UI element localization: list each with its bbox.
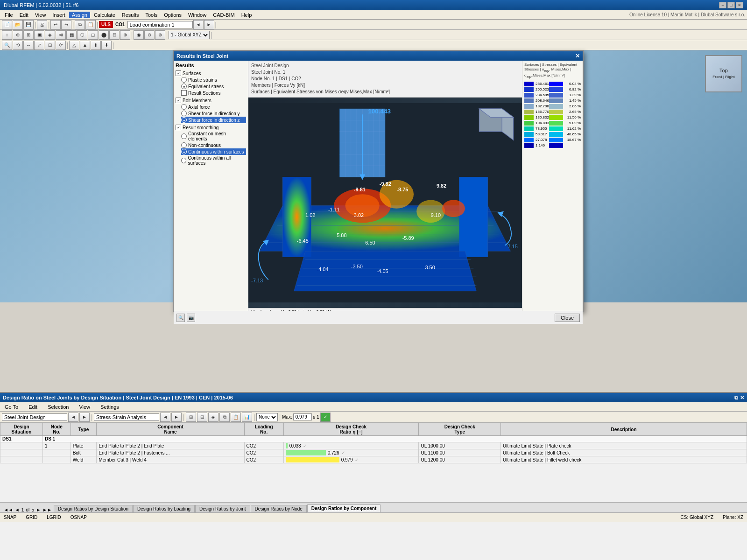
filter-select[interactable]: None	[256, 413, 278, 421]
next-combo-button[interactable]: ►	[204, 20, 214, 29]
tb3-8[interactable]: ▲	[80, 41, 90, 50]
tb3-3[interactable]: ↔	[23, 41, 34, 50]
copy-button[interactable]: ⧉	[75, 20, 85, 29]
constant-mesh-radio[interactable]	[181, 133, 187, 139]
menu-file[interactable]: File	[2, 12, 16, 18]
tb-btn5[interactable]: 📋	[231, 413, 241, 422]
snap-status[interactable]: SNAP	[4, 515, 16, 520]
menu-options[interactable]: Options	[161, 12, 184, 18]
shear-y-item[interactable]: Shear force in direction y	[181, 110, 246, 117]
result-smoothing-item[interactable]: Result smoothing	[176, 124, 246, 131]
global-xyz-select[interactable]: 1 - Global XYZ	[169, 31, 210, 39]
menu-tools[interactable]: Tools	[142, 12, 160, 18]
bottom-close-button[interactable]: ✕	[740, 395, 744, 401]
continuous-surfaces-item[interactable]: Continuous within surfaces	[181, 148, 246, 155]
non-continuous-item[interactable]: Non-continuous	[181, 142, 246, 148]
maximize-button[interactable]: □	[727, 2, 735, 8]
axial-force-item[interactable]: Axial force	[181, 104, 246, 110]
tb3-7[interactable]: △	[69, 41, 79, 50]
equivalent-stress-item[interactable]: Equivalent stress	[181, 83, 246, 90]
tb3-6[interactable]: ⟳	[56, 41, 66, 50]
view-cube[interactable]: Top Front | Right	[705, 55, 742, 92]
tb3-1[interactable]: 🔍	[2, 41, 12, 50]
result-sections-checkbox[interactable]	[181, 90, 187, 96]
shear-y-radio[interactable]	[181, 111, 187, 116]
tb2-8[interactable]: ⬡	[77, 30, 87, 40]
zoom-button[interactable]: 🔍	[176, 314, 185, 322]
3d-stress-visualization[interactable]: 100.443 -9.81 -9.82 -8.75 9.82 1.02 -1.1…	[248, 98, 522, 308]
menu-insert[interactable]: Insert	[49, 12, 68, 18]
tb2-3[interactable]: ⊞	[23, 30, 34, 40]
open-button[interactable]: 📂	[13, 20, 23, 29]
constant-mesh-item[interactable]: Constant on mesh elements	[181, 131, 246, 142]
menu-view[interactable]: View	[32, 12, 49, 18]
bolt-members-checkbox[interactable]	[176, 98, 181, 103]
menu-window[interactable]: Window	[185, 12, 209, 18]
tb3-9[interactable]: ⬆	[91, 41, 101, 50]
tb3-10[interactable]: ⬇	[101, 41, 112, 50]
tb2-2[interactable]: ⊕	[13, 30, 23, 40]
bottom-menu-selection[interactable]: Selection	[45, 404, 71, 410]
tab-design-situation[interactable]: Design Ratios by Design Situation	[54, 505, 133, 512]
grid-status[interactable]: GRID	[26, 515, 37, 520]
surfaces-item[interactable]: Surfaces	[176, 70, 246, 77]
menu-edit[interactable]: Edit	[17, 12, 31, 18]
menu-calculate[interactable]: Calculate	[91, 12, 118, 18]
tb2-13[interactable]: ◉	[134, 30, 144, 40]
continuous-all-item[interactable]: Continuous within all surfaces	[181, 155, 246, 166]
tb3-2[interactable]: ⟲	[13, 41, 23, 50]
pagination-next-single[interactable]: ►	[36, 507, 41, 512]
tb-btn2[interactable]: ⊟	[197, 413, 207, 422]
bottom-menu-view[interactable]: View	[76, 404, 93, 410]
non-continuous-radio[interactable]	[181, 142, 187, 148]
osnap-status[interactable]: OSNAP	[70, 515, 87, 520]
analysis-next-btn[interactable]: ►	[171, 413, 182, 422]
bottom-prev-btn[interactable]: ◄	[68, 413, 78, 422]
equivalent-stress-radio[interactable]	[181, 84, 187, 89]
tb-btn1[interactable]: ⊞	[186, 413, 196, 422]
paste-button[interactable]: 📋	[85, 20, 96, 29]
bottom-menu-settings[interactable]: Settings	[98, 404, 122, 410]
tb3-4[interactable]: ⤢	[34, 41, 44, 50]
bolt-members-item[interactable]: Bolt Members	[176, 97, 246, 104]
menu-results[interactable]: Results	[119, 12, 142, 18]
axial-force-radio[interactable]	[181, 104, 187, 110]
close-dialog-button[interactable]: Close	[555, 314, 580, 322]
bottom-menu-edit[interactable]: Edit	[26, 404, 40, 410]
prev-combo-button[interactable]: ◄	[193, 20, 204, 29]
shear-z-item[interactable]: Shear force in direction z	[181, 117, 246, 123]
bottom-float-button[interactable]: ⧉	[734, 395, 738, 401]
tb2-6[interactable]: ⧏	[56, 30, 66, 40]
menu-assign[interactable]: Assign	[69, 12, 90, 18]
bottom-next-btn[interactable]: ►	[79, 413, 90, 422]
close-button[interactable]: ✕	[736, 2, 743, 8]
tb2-14[interactable]: ⊙	[144, 30, 155, 40]
tb2-15[interactable]: ⊗	[155, 30, 165, 40]
pagination-prev-single[interactable]: ◄	[15, 507, 20, 512]
tab-component[interactable]: Design Ratios by Component	[307, 504, 381, 512]
tb2-11[interactable]: ⊟	[109, 30, 120, 40]
pagination-prev[interactable]: ◄◄	[4, 507, 13, 512]
undo-button[interactable]: ↩	[50, 20, 61, 29]
tb2-1[interactable]: ↕	[2, 30, 12, 40]
tb2-7[interactable]: ▦	[66, 30, 77, 40]
check-button[interactable]: ✓	[320, 413, 331, 422]
tb2-4[interactable]: ▣	[34, 30, 44, 40]
menu-help[interactable]: Help	[239, 12, 255, 18]
result-smoothing-checkbox[interactable]	[176, 125, 181, 130]
tb2-5[interactable]: ◈	[45, 30, 55, 40]
tb3-5[interactable]: ⊡	[45, 41, 55, 50]
load-combination-dropdown[interactable]: Load combination 1	[127, 21, 193, 28]
plastic-strains-item[interactable]: Plastic strains	[181, 77, 246, 83]
analysis-prev-btn[interactable]: ◄	[160, 413, 170, 422]
bottom-menu-goto[interactable]: Go To	[2, 404, 21, 410]
tb-btn6[interactable]: 📊	[242, 413, 252, 422]
tab-joint[interactable]: Design Ratios by Joint	[195, 505, 250, 512]
camera-button[interactable]: 📷	[187, 314, 195, 322]
result-sections-item[interactable]: Result Sections	[181, 90, 246, 96]
minimize-button[interactable]: −	[719, 2, 726, 8]
tb2-9[interactable]: ◻	[88, 30, 98, 40]
save-button[interactable]: 💾	[23, 20, 34, 29]
tab-loading[interactable]: Design Ratios by Loading	[133, 505, 195, 512]
pagination-next[interactable]: ►►	[42, 507, 52, 512]
